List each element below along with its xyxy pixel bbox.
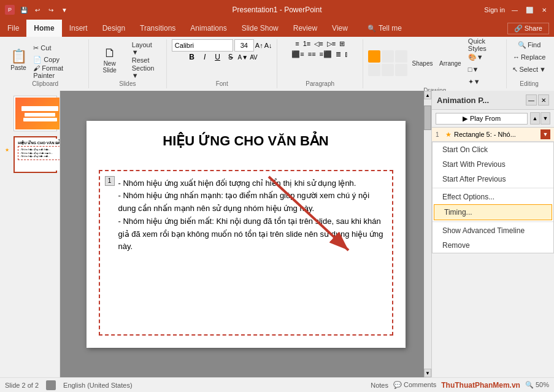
font-size-input[interactable] — [234, 39, 254, 52]
underline-button[interactable]: U — [212, 53, 223, 61]
play-from-button[interactable]: ▶ Play From — [436, 113, 528, 125]
italic-button[interactable]: I — [199, 53, 210, 61]
cut-button[interactable]: ✂ Cut — [31, 43, 83, 54]
increase-font-button[interactable]: A↑ — [255, 42, 263, 49]
animation-item-dropdown[interactable]: ▼ — [541, 129, 550, 139]
font-name-input[interactable] — [172, 39, 233, 52]
close-button[interactable]: ✕ — [539, 5, 549, 15]
layout-button[interactable]: Layout ▼ — [129, 43, 161, 54]
clipboard-label: Clipboard — [32, 80, 58, 88]
panel-minimize-button[interactable]: — — [526, 94, 537, 106]
panel-close-button[interactable]: ✕ — [538, 94, 549, 106]
menu-item-remove[interactable]: Remove — [433, 238, 553, 253]
slide-thumb-1[interactable] — [13, 96, 57, 131]
play-down-button[interactable]: ▼ — [541, 112, 550, 125]
scroll-thumb[interactable] — [424, 106, 431, 130]
tab-transitions[interactable]: Transitions — [133, 20, 183, 37]
zoom-control[interactable]: 🔍 50% — [525, 381, 549, 389]
tab-review[interactable]: Review — [286, 20, 325, 37]
paste-button[interactable]: 📋 Paste — [7, 42, 29, 79]
menu-item-start-after-previous[interactable]: Start After Previous — [433, 172, 553, 186]
minimize-button[interactable]: — — [510, 5, 520, 15]
increase-indent-button[interactable]: ▷≡ — [326, 39, 337, 48]
main-area: 1 2 ★ HIỆU ỨNG CHO VĂN BẢN — [0, 91, 554, 377]
format-painter-button[interactable]: 🖌 Format Painter — [31, 66, 83, 77]
customize-qat-button[interactable]: ▼ — [59, 4, 70, 15]
menu-item-advanced-timeline[interactable]: Show Advanced Timeline — [433, 223, 553, 238]
menu-item-effect-options[interactable]: Effect Options... — [433, 190, 553, 204]
decrease-indent-button[interactable]: ◁≡ — [313, 39, 324, 48]
notes-button[interactable]: Notes — [371, 382, 388, 389]
bold-button[interactable]: B — [187, 53, 198, 61]
vertical-scrollbar[interactable]: ▲ ▼ — [424, 91, 431, 377]
slide-canvas: HIỆU ỨNG CHO VĂN BẢN 1 - Nhóm hiệu ứng x… — [87, 121, 406, 348]
menu-item-start-with-previous[interactable]: Start With Previous — [433, 157, 553, 172]
canvas-area: HIỆU ỨNG CHO VĂN BẢN 1 - Nhóm hiệu ứng x… — [60, 91, 431, 377]
clipboard-group: 📋 Paste ✂ Cut 📄 Copy 🖌 Format Painter Cl… — [2, 39, 89, 88]
share-button[interactable]: 🔗 Share — [507, 23, 549, 34]
shape-fill-button[interactable]: 🎨▼ — [466, 52, 501, 63]
columns-button[interactable]: ⫿ — [344, 50, 350, 59]
tab-tell-me[interactable]: 🔍 Tell me — [355, 20, 409, 37]
animation-panel-controls: — ✕ — [526, 94, 549, 106]
sign-in-button[interactable]: Sign in — [484, 6, 505, 13]
tab-file[interactable]: File — [0, 20, 26, 37]
shape-outline-button[interactable]: □▼ — [466, 64, 501, 75]
new-slide-button[interactable]: 🗋 New Slide — [94, 42, 126, 79]
menu-item-start-on-click[interactable]: Start On Click — [433, 142, 553, 157]
tab-insert[interactable]: Insert — [62, 20, 95, 37]
bullets-button[interactable]: ≡ — [294, 39, 300, 48]
play-up-button[interactable]: ▲ — [530, 112, 540, 125]
undo-button[interactable]: ↩ — [32, 4, 43, 15]
tab-design[interactable]: Design — [95, 20, 133, 37]
shapes-button[interactable]: Shapes — [410, 59, 435, 68]
align-center-button[interactable]: ≡≡ — [307, 50, 317, 59]
decrease-font-button[interactable]: A↓ — [264, 42, 272, 49]
shape4[interactable] — [368, 64, 380, 76]
shape3[interactable] — [395, 50, 407, 63]
slide-textbox[interactable]: 1 - Nhóm hiệu ứng xuất hiện đối tượng ch… — [99, 170, 393, 336]
numbering-button[interactable]: 1≡ — [302, 39, 312, 48]
shape2[interactable] — [382, 50, 394, 63]
quick-styles-button[interactable]: Quick Styles — [466, 39, 501, 50]
slides-panel: 1 2 ★ HIỆU ỨNG CHO VĂN BẢN — [0, 91, 60, 377]
restore-button[interactable]: ⬜ — [525, 5, 534, 15]
char-spacing-button[interactable]: AV — [250, 54, 258, 61]
scroll-up-button[interactable]: ▲ — [424, 91, 431, 99]
shape5[interactable] — [382, 64, 394, 76]
slide-title: HIỆU ỨNG CHO VĂN BẢN — [87, 121, 406, 155]
slide-thumb-2[interactable]: HIỆU ỨNG CHO VĂN BẢN - Nhóm hiệu ứng xuấ… — [13, 136, 57, 173]
tab-home[interactable]: Home — [26, 20, 61, 37]
title-bar-left: P 💾 ↩ ↪ ▼ — [5, 4, 70, 15]
select-button[interactable]: ↖ Select ▼ — [510, 64, 548, 75]
redo-button[interactable]: ↪ — [45, 4, 56, 15]
smartart-button[interactable]: ⊞ — [338, 39, 346, 48]
slide-2-preview: HIỆU ỨNG CHO VĂN BẢN - Nhóm hiệu ứng xuấ… — [16, 139, 60, 171]
shape-effects-button[interactable]: ✦▼ — [466, 76, 501, 87]
justify-button[interactable]: ≣ — [334, 50, 342, 59]
comments-button[interactable]: 💬 Comments — [393, 381, 436, 389]
tab-animations[interactable]: Animations — [183, 20, 234, 37]
align-right-button[interactable]: ≡⬛ — [318, 50, 333, 59]
tab-slideshow[interactable]: Slide Show — [234, 20, 286, 37]
slide-info: Slide 2 of 2 — [5, 382, 39, 389]
slides-label: Slides — [119, 80, 136, 88]
arrange-button[interactable]: Arrange — [437, 59, 463, 68]
new-slide-icon: 🗋 — [104, 46, 116, 60]
shape6[interactable] — [395, 64, 407, 76]
font-color-button[interactable]: A▼ — [238, 54, 248, 61]
align-left-button[interactable]: ⬛≡ — [290, 50, 305, 59]
editing-label: Editing — [520, 80, 539, 88]
save-button[interactable]: 💾 — [18, 4, 29, 15]
menu-item-timing[interactable]: Timing... — [434, 204, 552, 220]
find-button[interactable]: 🔍 Find — [515, 39, 543, 50]
replace-button[interactable]: ↔ Replace — [510, 52, 548, 63]
menu-divider-2 — [433, 221, 553, 222]
scroll-down-button[interactable]: ▼ — [424, 369, 431, 377]
strikethrough-button[interactable]: S̶ — [225, 53, 236, 61]
animation-panel: Animation P... — ✕ ▶ Play From ▲ ▼ 1 ★ R… — [431, 91, 554, 377]
animation-panel-title: Animation P... — [437, 96, 489, 105]
section-button[interactable]: Section ▼ — [129, 66, 161, 77]
shape1[interactable] — [368, 50, 380, 63]
tab-view[interactable]: View — [325, 20, 355, 37]
